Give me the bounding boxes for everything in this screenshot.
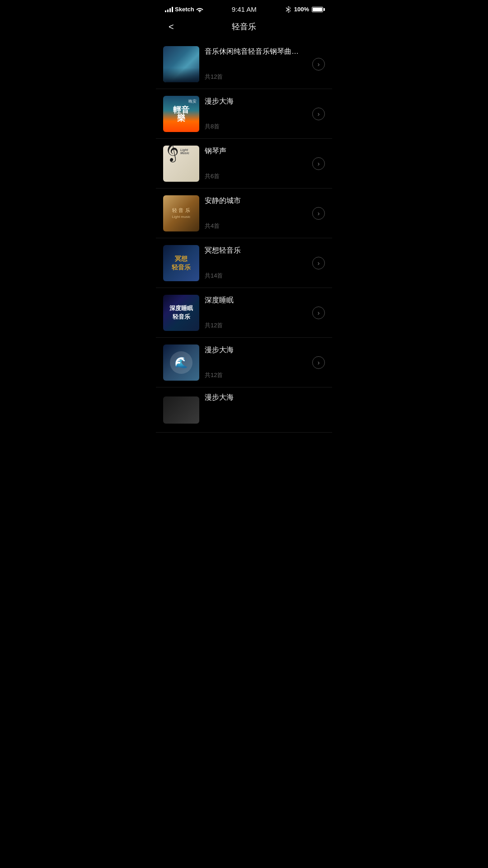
list-item[interactable]: 晚安 輕音樂 漫步大海 共8首 ›: [156, 89, 332, 139]
svg-point-0: [199, 11, 200, 12]
playlist-count: 共14首: [205, 272, 307, 280]
playlist-title: 漫步大海: [205, 97, 307, 106]
playlist-info: 漫步大海: [199, 393, 325, 427]
playlist-info: 漫步大海 共8首: [199, 97, 312, 131]
playlist-count: 共12首: [205, 321, 307, 330]
playlist-title: 漫步大海: [205, 345, 307, 355]
playlist-info: 漫步大海 共12首: [199, 345, 312, 379]
back-button[interactable]: <: [165, 20, 178, 34]
status-right: 100%: [285, 6, 323, 13]
page-title: 轻音乐: [232, 21, 256, 32]
playlist-title: 音乐休闲纯音轻音乐钢琴曲…: [205, 47, 307, 57]
list-item[interactable]: 漫步大海: [156, 387, 332, 433]
playlist-thumbnail: 冥想轻音乐: [163, 245, 199, 281]
status-bar: Sketch 9:41 AM 100%: [156, 0, 332, 17]
playlist-thumbnail: 𝄞 Light Music 钢琴曲小提琴大提琴小号长笛: [163, 146, 199, 182]
list-item[interactable]: 冥想轻音乐 冥想轻音乐 共14首 ›: [156, 238, 332, 288]
playlist-count: 共8首: [205, 123, 307, 131]
arrow-button[interactable]: ›: [312, 307, 325, 319]
list-item[interactable]: 𝄞 Light Music 钢琴曲小提琴大提琴小号长笛 钢琴声 共6首 ›: [156, 139, 332, 189]
playlist-thumbnail: 晚安 輕音樂: [163, 96, 199, 132]
thumb-label: 晚安: [188, 99, 197, 104]
list-item[interactable]: 轻 音 乐 Light music 安静的城市 共4首 ›: [156, 189, 332, 238]
status-left: Sketch: [165, 6, 203, 13]
arrow-button[interactable]: ›: [312, 58, 325, 71]
arrow-button[interactable]: ›: [312, 108, 325, 120]
battery-percentage: 100%: [294, 6, 309, 13]
playlist-count: 共4首: [205, 222, 307, 230]
status-time: 9:41 AM: [232, 5, 257, 13]
arrow-button[interactable]: ›: [312, 257, 325, 269]
thumb-big-text: 輕音樂: [173, 106, 189, 122]
arrow-button[interactable]: ›: [312, 207, 325, 220]
playlist-thumbnail: 🌊: [163, 344, 199, 381]
playlist-count: 共12首: [205, 371, 307, 379]
playlist-info: 深度睡眠 共12首: [199, 296, 312, 330]
playlist-thumbnail: 深度睡眠轻音乐: [163, 295, 199, 331]
playlist-title: 深度睡眠: [205, 296, 307, 305]
playlist-title: 钢琴声: [205, 146, 307, 156]
list-item[interactable]: 音乐休闲纯音轻音乐钢琴曲… 共12首 ›: [156, 39, 332, 89]
playlist-title: 漫步大海: [205, 393, 319, 402]
wifi-icon: [196, 7, 203, 12]
playlist-info: 钢琴声 共6首: [199, 146, 312, 180]
carrier-name: Sketch: [175, 6, 194, 13]
playlist-count: 共12首: [205, 73, 307, 81]
playlist-info: 安静的城市 共4首: [199, 196, 312, 230]
nav-header: < 轻音乐: [156, 17, 332, 39]
playlist-list: 音乐休闲纯音轻音乐钢琴曲… 共12首 › 晚安 輕音樂 漫步大海 共8首 › 𝄞…: [156, 39, 332, 442]
playlist-thumbnail: 轻 音 乐 Light music: [163, 195, 199, 231]
playlist-info: 音乐休闲纯音轻音乐钢琴曲… 共12首: [199, 47, 312, 81]
thumb-meditation-text: 冥想轻音乐: [172, 255, 191, 271]
playlist-info: 冥想轻音乐 共14首: [199, 246, 312, 280]
playlist-thumbnail: [163, 46, 199, 82]
playlist-thumbnail: [163, 396, 199, 424]
playlist-title: 冥想轻音乐: [205, 246, 307, 255]
playlist-title: 安静的城市: [205, 196, 307, 206]
battery-icon: [312, 7, 323, 12]
treble-clef-icon: 𝄞: [165, 146, 179, 159]
list-item[interactable]: 深度睡眠轻音乐 深度睡眠 共12首 ›: [156, 288, 332, 338]
bluetooth-icon: [285, 6, 291, 13]
thumb-deep-sleep-text: 深度睡眠轻音乐: [169, 304, 193, 321]
arrow-button[interactable]: ›: [312, 157, 325, 170]
playlist-count: 共6首: [205, 172, 307, 180]
arrow-button[interactable]: ›: [312, 356, 325, 369]
list-item[interactable]: 🌊 漫步大海 共12首 ›: [156, 338, 332, 387]
signal-icon: [165, 7, 173, 12]
